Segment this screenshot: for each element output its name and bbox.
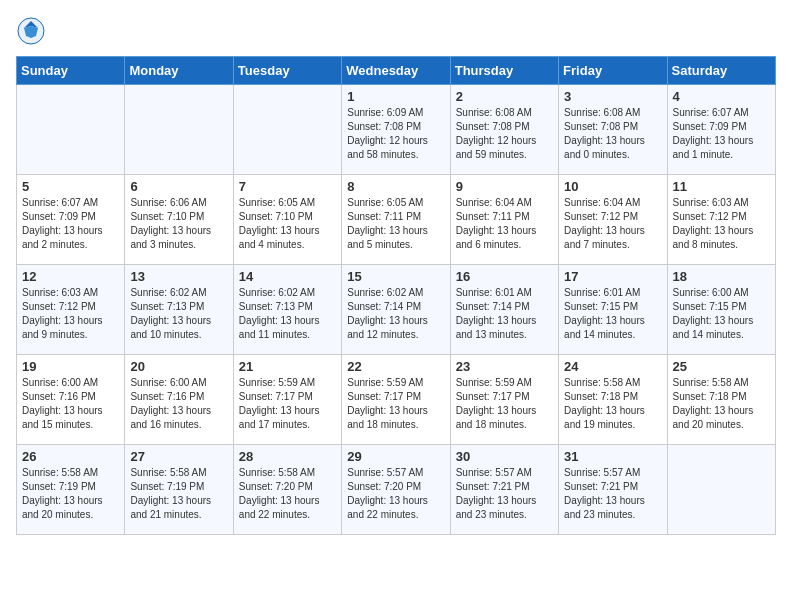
day-number: 8 bbox=[347, 179, 444, 194]
day-number: 11 bbox=[673, 179, 770, 194]
calendar-cell bbox=[17, 85, 125, 175]
day-info: Sunrise: 6:00 AM Sunset: 7:16 PM Dayligh… bbox=[22, 376, 119, 432]
calendar-row: 12Sunrise: 6:03 AM Sunset: 7:12 PM Dayli… bbox=[17, 265, 776, 355]
day-info: Sunrise: 5:58 AM Sunset: 7:18 PM Dayligh… bbox=[673, 376, 770, 432]
calendar-cell: 11Sunrise: 6:03 AM Sunset: 7:12 PM Dayli… bbox=[667, 175, 775, 265]
day-number: 19 bbox=[22, 359, 119, 374]
day-info: Sunrise: 6:03 AM Sunset: 7:12 PM Dayligh… bbox=[673, 196, 770, 252]
calendar-cell: 6Sunrise: 6:06 AM Sunset: 7:10 PM Daylig… bbox=[125, 175, 233, 265]
day-number: 13 bbox=[130, 269, 227, 284]
day-info: Sunrise: 6:04 AM Sunset: 7:11 PM Dayligh… bbox=[456, 196, 553, 252]
day-number: 2 bbox=[456, 89, 553, 104]
calendar-cell: 7Sunrise: 6:05 AM Sunset: 7:10 PM Daylig… bbox=[233, 175, 341, 265]
calendar-cell: 27Sunrise: 5:58 AM Sunset: 7:19 PM Dayli… bbox=[125, 445, 233, 535]
day-info: Sunrise: 5:57 AM Sunset: 7:21 PM Dayligh… bbox=[564, 466, 661, 522]
day-info: Sunrise: 5:59 AM Sunset: 7:17 PM Dayligh… bbox=[456, 376, 553, 432]
day-number: 22 bbox=[347, 359, 444, 374]
weekday-header-cell: Wednesday bbox=[342, 57, 450, 85]
calendar-cell: 16Sunrise: 6:01 AM Sunset: 7:14 PM Dayli… bbox=[450, 265, 558, 355]
weekday-header-cell: Thursday bbox=[450, 57, 558, 85]
day-number: 1 bbox=[347, 89, 444, 104]
day-info: Sunrise: 6:05 AM Sunset: 7:11 PM Dayligh… bbox=[347, 196, 444, 252]
day-info: Sunrise: 5:57 AM Sunset: 7:21 PM Dayligh… bbox=[456, 466, 553, 522]
day-number: 29 bbox=[347, 449, 444, 464]
day-number: 26 bbox=[22, 449, 119, 464]
day-info: Sunrise: 6:00 AM Sunset: 7:15 PM Dayligh… bbox=[673, 286, 770, 342]
calendar-cell: 9Sunrise: 6:04 AM Sunset: 7:11 PM Daylig… bbox=[450, 175, 558, 265]
calendar-cell: 8Sunrise: 6:05 AM Sunset: 7:11 PM Daylig… bbox=[342, 175, 450, 265]
weekday-header-cell: Friday bbox=[559, 57, 667, 85]
weekday-header-cell: Monday bbox=[125, 57, 233, 85]
calendar-cell: 15Sunrise: 6:02 AM Sunset: 7:14 PM Dayli… bbox=[342, 265, 450, 355]
day-info: Sunrise: 6:02 AM Sunset: 7:13 PM Dayligh… bbox=[130, 286, 227, 342]
day-number: 17 bbox=[564, 269, 661, 284]
calendar-row: 26Sunrise: 5:58 AM Sunset: 7:19 PM Dayli… bbox=[17, 445, 776, 535]
day-info: Sunrise: 6:01 AM Sunset: 7:15 PM Dayligh… bbox=[564, 286, 661, 342]
day-info: Sunrise: 6:09 AM Sunset: 7:08 PM Dayligh… bbox=[347, 106, 444, 162]
calendar-body: 1Sunrise: 6:09 AM Sunset: 7:08 PM Daylig… bbox=[17, 85, 776, 535]
day-info: Sunrise: 5:58 AM Sunset: 7:19 PM Dayligh… bbox=[130, 466, 227, 522]
calendar-row: 5Sunrise: 6:07 AM Sunset: 7:09 PM Daylig… bbox=[17, 175, 776, 265]
calendar-cell: 1Sunrise: 6:09 AM Sunset: 7:08 PM Daylig… bbox=[342, 85, 450, 175]
calendar-cell: 12Sunrise: 6:03 AM Sunset: 7:12 PM Dayli… bbox=[17, 265, 125, 355]
day-info: Sunrise: 6:01 AM Sunset: 7:14 PM Dayligh… bbox=[456, 286, 553, 342]
day-number: 25 bbox=[673, 359, 770, 374]
calendar-table: SundayMondayTuesdayWednesdayThursdayFrid… bbox=[16, 56, 776, 535]
calendar-cell: 14Sunrise: 6:02 AM Sunset: 7:13 PM Dayli… bbox=[233, 265, 341, 355]
calendar-cell: 2Sunrise: 6:08 AM Sunset: 7:08 PM Daylig… bbox=[450, 85, 558, 175]
calendar-cell: 26Sunrise: 5:58 AM Sunset: 7:19 PM Dayli… bbox=[17, 445, 125, 535]
calendar-row: 19Sunrise: 6:00 AM Sunset: 7:16 PM Dayli… bbox=[17, 355, 776, 445]
calendar-cell: 19Sunrise: 6:00 AM Sunset: 7:16 PM Dayli… bbox=[17, 355, 125, 445]
day-info: Sunrise: 6:07 AM Sunset: 7:09 PM Dayligh… bbox=[22, 196, 119, 252]
calendar-cell: 17Sunrise: 6:01 AM Sunset: 7:15 PM Dayli… bbox=[559, 265, 667, 355]
day-number: 30 bbox=[456, 449, 553, 464]
logo-icon bbox=[16, 16, 46, 46]
day-number: 3 bbox=[564, 89, 661, 104]
day-info: Sunrise: 6:06 AM Sunset: 7:10 PM Dayligh… bbox=[130, 196, 227, 252]
day-number: 4 bbox=[673, 89, 770, 104]
day-number: 10 bbox=[564, 179, 661, 194]
calendar-cell: 21Sunrise: 5:59 AM Sunset: 7:17 PM Dayli… bbox=[233, 355, 341, 445]
day-number: 7 bbox=[239, 179, 336, 194]
day-info: Sunrise: 6:05 AM Sunset: 7:10 PM Dayligh… bbox=[239, 196, 336, 252]
day-number: 21 bbox=[239, 359, 336, 374]
calendar-cell bbox=[125, 85, 233, 175]
calendar-cell: 23Sunrise: 5:59 AM Sunset: 7:17 PM Dayli… bbox=[450, 355, 558, 445]
day-number: 20 bbox=[130, 359, 227, 374]
calendar-row: 1Sunrise: 6:09 AM Sunset: 7:08 PM Daylig… bbox=[17, 85, 776, 175]
day-number: 23 bbox=[456, 359, 553, 374]
calendar-cell: 22Sunrise: 5:59 AM Sunset: 7:17 PM Dayli… bbox=[342, 355, 450, 445]
day-number: 24 bbox=[564, 359, 661, 374]
weekday-header-cell: Tuesday bbox=[233, 57, 341, 85]
day-info: Sunrise: 5:58 AM Sunset: 7:20 PM Dayligh… bbox=[239, 466, 336, 522]
calendar-header: SundayMondayTuesdayWednesdayThursdayFrid… bbox=[17, 57, 776, 85]
calendar-cell: 28Sunrise: 5:58 AM Sunset: 7:20 PM Dayli… bbox=[233, 445, 341, 535]
day-number: 15 bbox=[347, 269, 444, 284]
calendar-cell: 24Sunrise: 5:58 AM Sunset: 7:18 PM Dayli… bbox=[559, 355, 667, 445]
day-number: 14 bbox=[239, 269, 336, 284]
logo bbox=[16, 16, 50, 46]
day-number: 16 bbox=[456, 269, 553, 284]
calendar-cell: 20Sunrise: 6:00 AM Sunset: 7:16 PM Dayli… bbox=[125, 355, 233, 445]
day-info: Sunrise: 6:04 AM Sunset: 7:12 PM Dayligh… bbox=[564, 196, 661, 252]
calendar-cell: 18Sunrise: 6:00 AM Sunset: 7:15 PM Dayli… bbox=[667, 265, 775, 355]
day-number: 28 bbox=[239, 449, 336, 464]
calendar-cell: 5Sunrise: 6:07 AM Sunset: 7:09 PM Daylig… bbox=[17, 175, 125, 265]
day-info: Sunrise: 6:00 AM Sunset: 7:16 PM Dayligh… bbox=[130, 376, 227, 432]
day-info: Sunrise: 6:07 AM Sunset: 7:09 PM Dayligh… bbox=[673, 106, 770, 162]
day-info: Sunrise: 6:08 AM Sunset: 7:08 PM Dayligh… bbox=[456, 106, 553, 162]
calendar-cell bbox=[667, 445, 775, 535]
day-info: Sunrise: 5:58 AM Sunset: 7:18 PM Dayligh… bbox=[564, 376, 661, 432]
calendar-cell: 29Sunrise: 5:57 AM Sunset: 7:20 PM Dayli… bbox=[342, 445, 450, 535]
day-number: 18 bbox=[673, 269, 770, 284]
day-info: Sunrise: 6:02 AM Sunset: 7:13 PM Dayligh… bbox=[239, 286, 336, 342]
day-info: Sunrise: 6:08 AM Sunset: 7:08 PM Dayligh… bbox=[564, 106, 661, 162]
weekday-header-row: SundayMondayTuesdayWednesdayThursdayFrid… bbox=[17, 57, 776, 85]
calendar-cell: 13Sunrise: 6:02 AM Sunset: 7:13 PM Dayli… bbox=[125, 265, 233, 355]
page-header bbox=[16, 16, 776, 46]
calendar-cell bbox=[233, 85, 341, 175]
day-info: Sunrise: 5:57 AM Sunset: 7:20 PM Dayligh… bbox=[347, 466, 444, 522]
day-info: Sunrise: 6:03 AM Sunset: 7:12 PM Dayligh… bbox=[22, 286, 119, 342]
day-number: 31 bbox=[564, 449, 661, 464]
day-number: 9 bbox=[456, 179, 553, 194]
